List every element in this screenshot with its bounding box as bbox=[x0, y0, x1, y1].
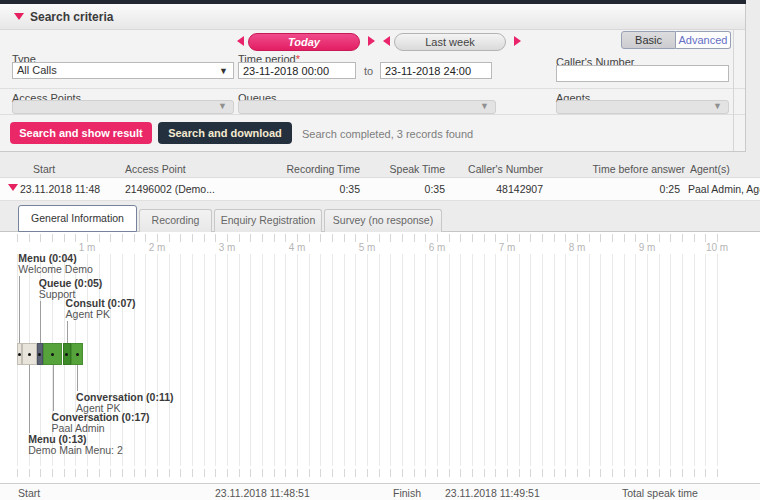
axis-gridline bbox=[402, 254, 403, 466]
axis-gridline bbox=[600, 254, 601, 466]
axis-gridline bbox=[215, 254, 216, 466]
axis-gridline bbox=[344, 254, 345, 466]
axis-top-tick bbox=[122, 234, 123, 242]
axis-top-tick bbox=[239, 234, 240, 242]
axis-bottom-tick bbox=[40, 469, 41, 477]
timeline-leader-line bbox=[77, 365, 78, 391]
call-search-app: Search criteria Today Last week Basic Ad… bbox=[0, 0, 760, 500]
axis-bottom-tick bbox=[204, 469, 205, 477]
axis-bottom-tick bbox=[705, 469, 706, 477]
axis-top-tick bbox=[192, 234, 193, 242]
tab-survey[interactable]: Survey (no response) bbox=[324, 209, 442, 232]
axis-top-tick bbox=[332, 234, 333, 242]
axis-top-tick bbox=[227, 234, 228, 242]
axis-top-tick bbox=[285, 234, 286, 242]
axis-gridline bbox=[659, 254, 660, 466]
axis-gridline bbox=[670, 254, 671, 466]
axis-top-tick bbox=[169, 234, 170, 242]
axis-bottom-tick bbox=[250, 469, 251, 477]
axis-top-tick bbox=[157, 234, 158, 242]
axis-gridline bbox=[647, 254, 648, 466]
timeline-leader-line bbox=[19, 276, 20, 343]
axis-gridline bbox=[390, 254, 391, 466]
axis-gridline bbox=[309, 254, 310, 466]
axis-bottom-tick bbox=[215, 469, 216, 477]
axis-bottom-tick bbox=[425, 469, 426, 477]
axis-gridline bbox=[320, 254, 321, 466]
axis-top-tick bbox=[414, 234, 415, 242]
axis-gridline bbox=[565, 254, 566, 466]
axis-top-tick bbox=[367, 234, 368, 242]
footer-finish-value: 23.11.2018 11:49:51 bbox=[445, 487, 540, 499]
axis-bottom-tick bbox=[694, 469, 695, 477]
axis-bottom-tick bbox=[635, 469, 636, 477]
event-subtitle: Welcome Demo bbox=[18, 264, 93, 275]
axis-bottom-tick bbox=[484, 469, 485, 477]
axis-gridline bbox=[717, 254, 718, 466]
axis-gridline bbox=[332, 254, 333, 466]
axis-bottom-tick bbox=[320, 469, 321, 477]
axis-top-tick bbox=[274, 234, 275, 242]
axis-bottom-tick bbox=[110, 469, 111, 477]
axis-bottom-tick bbox=[344, 469, 345, 477]
axis-bottom-tick bbox=[519, 469, 520, 477]
axis-gridline bbox=[682, 254, 683, 466]
axis-bottom-tick bbox=[379, 469, 380, 477]
axis-minute-label: 8 m bbox=[563, 242, 591, 253]
axis-bottom-tick bbox=[647, 469, 648, 477]
axis-top-tick bbox=[297, 234, 298, 242]
timeline-leader-line bbox=[40, 301, 41, 343]
axis-bottom-tick bbox=[472, 469, 473, 477]
axis-minute-label: 5 m bbox=[353, 242, 381, 253]
axis-gridline bbox=[530, 254, 531, 466]
axis-gridline bbox=[472, 254, 473, 466]
axis-bottom-tick bbox=[600, 469, 601, 477]
axis-gridline bbox=[635, 254, 636, 466]
timeline-leader-line bbox=[29, 365, 30, 433]
axis-top-tick bbox=[484, 234, 485, 242]
axis-gridline bbox=[180, 254, 181, 466]
axis-gridline bbox=[285, 254, 286, 466]
axis-bottom-tick bbox=[64, 469, 65, 477]
axis-top-tick bbox=[87, 234, 88, 242]
axis-top-tick bbox=[530, 234, 531, 242]
tab-general-information[interactable]: General Information bbox=[18, 205, 137, 232]
tab-enquiry-registration[interactable]: Enquiry Registration bbox=[214, 209, 322, 232]
tab-recording[interactable]: Recording bbox=[139, 209, 212, 232]
axis-bottom-tick bbox=[717, 469, 718, 477]
axis-top-tick bbox=[682, 234, 683, 242]
axis-minute-label: 9 m bbox=[633, 242, 661, 253]
axis-top-tick bbox=[262, 234, 263, 242]
axis-bottom-tick bbox=[460, 469, 461, 477]
axis-gridline bbox=[460, 254, 461, 466]
axis-bottom-tick bbox=[507, 469, 508, 477]
axis-bottom-tick bbox=[239, 469, 240, 477]
axis-gridline bbox=[192, 254, 193, 466]
axis-minute-label: 2 m bbox=[143, 242, 171, 253]
axis-gridline bbox=[577, 254, 578, 466]
axis-top-tick bbox=[670, 234, 671, 242]
axis-top-tick bbox=[577, 234, 578, 242]
axis-top-tick bbox=[600, 234, 601, 242]
axis-top-tick bbox=[390, 234, 391, 242]
axis-top-tick bbox=[589, 234, 590, 242]
axis-top-tick bbox=[29, 234, 30, 242]
axis-gridline bbox=[589, 254, 590, 466]
axis-top-tick bbox=[495, 234, 496, 242]
axis-top-tick bbox=[355, 234, 356, 242]
axis-gridline bbox=[484, 254, 485, 466]
timeline-event-dot bbox=[18, 353, 21, 356]
axis-top-tick bbox=[344, 234, 345, 242]
axis-top-tick bbox=[554, 234, 555, 242]
axis-top-tick bbox=[402, 234, 403, 242]
axis-gridline bbox=[507, 254, 508, 466]
axis-top-tick bbox=[507, 234, 508, 242]
axis-gridline bbox=[414, 254, 415, 466]
event-subtitle: Paal Admin bbox=[52, 423, 150, 434]
axis-gridline bbox=[379, 254, 380, 466]
axis-gridline bbox=[495, 254, 496, 466]
axis-bottom-tick bbox=[402, 469, 403, 477]
axis-top-tick bbox=[180, 234, 181, 242]
axis-top-tick bbox=[64, 234, 65, 242]
axis-bottom-tick bbox=[285, 469, 286, 477]
